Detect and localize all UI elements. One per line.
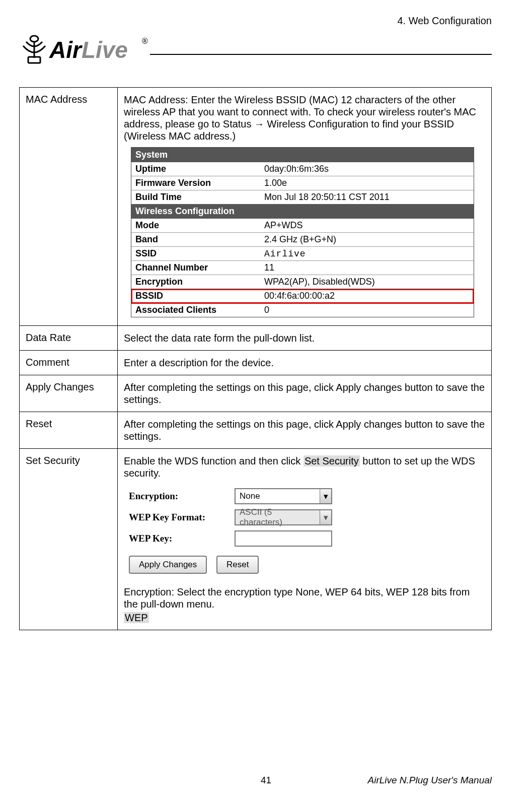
row-label-data-rate: Data Rate (20, 326, 118, 351)
system-header: System (131, 148, 474, 162)
assoc-value: 0 (260, 303, 474, 317)
row-desc-mac: MAC Address: Enter the Wireless BSSID (M… (118, 88, 492, 326)
svg-text:®: ® (142, 37, 148, 45)
brand-text-live: Live (82, 37, 128, 63)
row-desc-security: Enable the WDS function and then click S… (118, 449, 492, 630)
row-label-apply: Apply Changes (20, 375, 118, 412)
reset-button[interactable]: Reset (216, 556, 259, 574)
wireless-config-header: Wireless Configuration (131, 204, 474, 219)
config-table: MAC Address MAC Address: Enter the Wirel… (19, 87, 492, 630)
channel-value: 11 (260, 261, 474, 275)
section-title: 4. Web Configuration (19, 15, 492, 27)
apply-changes-button[interactable]: Apply Changes (129, 556, 207, 574)
encryption-value: WPA2(AP), Disabled(WDS) (260, 275, 474, 289)
bssid-label: BSSID (131, 289, 260, 303)
assoc-label: Associated Clients (131, 303, 260, 317)
band-value: 2.4 GHz (B+G+N) (260, 233, 474, 247)
wep-format-select[interactable]: ASCII (5 characters) ▾ (235, 509, 332, 525)
mac-description: MAC Address: Enter the Wireless BSSID (M… (124, 94, 485, 142)
page-number: 41 (261, 775, 271, 786)
row-label-reset: Reset (20, 412, 118, 449)
header-rule (150, 54, 492, 55)
row-label-comment: Comment (20, 351, 118, 375)
build-label: Build Time (131, 190, 260, 205)
manual-title: AirLive N.Plug User's Manual (368, 775, 492, 786)
brand-logo: AirLive ® (19, 29, 150, 67)
brand-text-air: Air (49, 37, 83, 63)
security-description: Enable the WDS function and then click S… (124, 455, 485, 479)
encryption-form: Encryption: None ▾ WEP Key Format: ASCII… (129, 488, 485, 574)
channel-label: Channel Number (131, 261, 260, 275)
page-header: AirLive ® (19, 29, 492, 67)
svg-point-0 (30, 36, 38, 42)
row-label-security: Set Security (20, 449, 118, 630)
airlive-logo-icon: AirLive ® (19, 29, 150, 67)
row-desc-comment: Enter a description for the device. (118, 351, 492, 375)
set-security-highlight: Set Security (303, 455, 360, 466)
chevron-down-icon: ▾ (320, 510, 331, 524)
uptime-value: 0day:0h:6m:36s (260, 162, 474, 176)
mode-label: Mode (131, 219, 260, 233)
status-panel: System Uptime0day:0h:6m:36s Firmware Ver… (131, 147, 474, 317)
fw-label: Firmware Version (131, 176, 260, 190)
bssid-value: 00:4f:6a:00:00:a2 (260, 289, 474, 303)
encryption-label: Encryption (131, 275, 260, 289)
encryption-field-label: Encryption: (129, 491, 235, 502)
row-desc-apply: After completing the settings on this pa… (118, 375, 492, 412)
encryption-help-text: Encryption: Select the encryption type N… (124, 586, 485, 610)
mode-value: AP+WDS (260, 219, 474, 233)
uptime-label: Uptime (131, 162, 260, 176)
row-desc-data-rate: Select the data rate form the pull-down … (118, 326, 492, 351)
wep-highlight: WEP (124, 612, 149, 623)
row-label-mac: MAC Address (20, 88, 118, 326)
ssid-label: SSID (131, 247, 260, 261)
band-label: Band (131, 233, 260, 247)
chevron-down-icon: ▾ (320, 489, 331, 503)
svg-text:AirLive: AirLive (49, 37, 128, 63)
page-footer: 41 AirLive N.Plug User's Manual (0, 775, 532, 786)
row-desc-reset: After completing the settings on this pa… (118, 412, 492, 449)
ssid-value: Airlive (260, 247, 474, 261)
build-value: Mon Jul 18 20:50:11 CST 2011 (260, 190, 474, 205)
encryption-select[interactable]: None ▾ (235, 488, 332, 504)
fw-value: 1.00e (260, 176, 474, 190)
wep-key-input[interactable] (235, 530, 332, 547)
wep-key-label: WEP Key: (129, 533, 235, 544)
wep-format-label: WEP Key Format: (129, 512, 235, 523)
